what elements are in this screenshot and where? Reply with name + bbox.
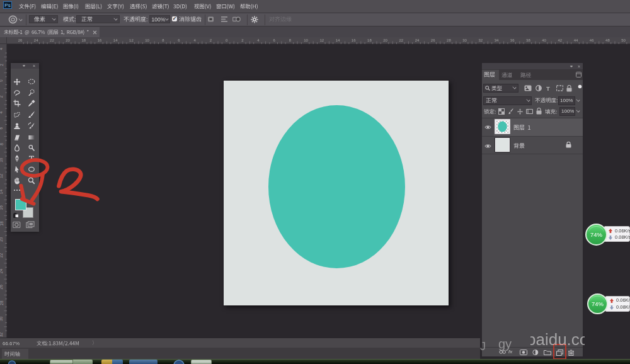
svg-text:26: 26 <box>0 285 4 290</box>
svg-text:2: 2 <box>0 64 4 66</box>
svg-text:12: 12 <box>0 173 4 178</box>
svg-text:74%: 74% <box>590 231 603 238</box>
svg-text:4: 4 <box>0 111 4 113</box>
svg-text:16: 16 <box>0 205 4 210</box>
svg-text:0: 0 <box>0 79 4 82</box>
svg-text:30: 30 <box>0 316 4 321</box>
svg-text:20: 20 <box>0 237 4 242</box>
svg-text:74%: 74% <box>591 300 604 307</box>
svg-text:32: 32 <box>0 332 4 337</box>
svg-text:8: 8 <box>0 143 4 145</box>
svg-text:14: 14 <box>0 190 4 195</box>
svg-text:22: 22 <box>0 253 4 258</box>
svg-text:10: 10 <box>0 157 4 162</box>
svg-text:6: 6 <box>0 127 4 130</box>
svg-text:4: 4 <box>0 48 4 50</box>
svg-text:2: 2 <box>0 95 4 98</box>
svg-text:28: 28 <box>0 300 4 305</box>
svg-text:24: 24 <box>0 269 4 274</box>
svg-text:18: 18 <box>0 221 4 226</box>
